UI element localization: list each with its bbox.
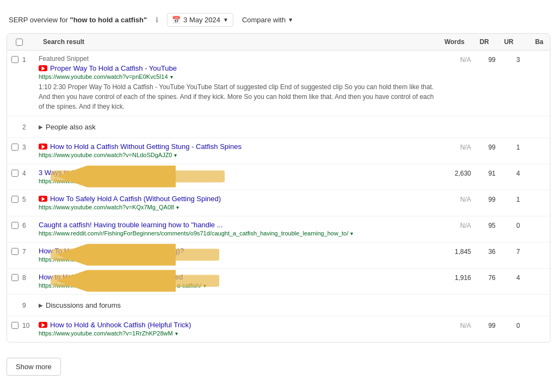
row-num-9: 9 xyxy=(22,296,39,315)
result-title-5[interactable]: How To Safely Hold A Catfish (Without Ge… xyxy=(39,195,434,203)
dr-10: 99 xyxy=(476,316,501,335)
row-num-8: 8 xyxy=(22,269,39,282)
row-checkbox-6[interactable] xyxy=(7,216,22,234)
words-5: N/A xyxy=(438,190,476,209)
table-row-3: 3 How to Hold a Catfish Without Getting … xyxy=(7,138,550,164)
row-checkbox-7[interactable] xyxy=(7,242,22,260)
row-checkbox-8[interactable] xyxy=(7,269,22,287)
result-url-5[interactable]: https://www.youtube.com/watch?v=KQx7Mg_Q… xyxy=(39,204,434,210)
table-row-section-2: 2 ▶ People also ask xyxy=(7,116,550,138)
row-num-2: 2 xyxy=(22,118,39,136)
show-more-button[interactable]: Show more xyxy=(7,358,61,376)
row-checkbox-3[interactable] xyxy=(7,138,22,156)
url-dropdown-8[interactable]: ▾ xyxy=(203,283,206,289)
table-row-4: 4 3 Ways to Hold a Catfish https://www.w… xyxy=(7,164,550,190)
result-title-10[interactable]: How to Hold & Unhook Catfish (Helpful Tr… xyxy=(39,321,434,329)
ur-4: 4 xyxy=(501,164,525,183)
table-row-8: 8 How to Hold a Catfish Without Getting … xyxy=(7,269,550,295)
result-title-1[interactable]: Proper Way To Hold a Catfish - YouTube xyxy=(39,64,434,72)
serp-table: Search result Words DR UR Ba 1 Featured … xyxy=(7,33,550,343)
ur-3: 1 xyxy=(501,138,525,157)
result-title-8[interactable]: How to Hold a Catfish Without Getting Ja… xyxy=(39,273,434,281)
row-checkbox-1[interactable] xyxy=(7,51,22,69)
col-ba: Ba xyxy=(519,38,543,46)
words-4: 2,630 xyxy=(438,164,476,183)
col-ur: UR xyxy=(494,38,519,46)
url-dropdown-4[interactable]: ▾ xyxy=(146,178,149,184)
result-title-3[interactable]: How to Hold a Catfish Without Getting St… xyxy=(39,142,434,151)
compare-dropdown-icon: ▼ xyxy=(288,17,293,23)
youtube-icon-10 xyxy=(39,322,47,328)
url-dropdown-7[interactable]: ▾ xyxy=(170,257,173,263)
checkbox-6[interactable] xyxy=(11,222,18,229)
row-checkbox-4[interactable] xyxy=(7,164,22,182)
dr-6: 95 xyxy=(476,216,501,235)
result-title-6[interactable]: Caught a catfish! Having trouble learnin… xyxy=(39,221,434,229)
youtube-icon-5 xyxy=(39,196,47,202)
row-content-8: How to Hold a Catfish Without Getting Ja… xyxy=(39,269,438,294)
row-num-5: 5 xyxy=(22,190,39,203)
dr-3: 99 xyxy=(476,138,501,157)
checkbox-5[interactable] xyxy=(11,196,18,203)
words-10: N/A xyxy=(438,316,476,335)
row-content-3: How to Hold a Catfish Without Getting St… xyxy=(39,138,438,164)
row-num-4: 4 xyxy=(22,164,39,177)
ur-10: 0 xyxy=(501,316,525,335)
words-1: N/A xyxy=(438,51,476,69)
url-dropdown-6[interactable]: ▾ xyxy=(350,231,353,237)
discussions-section[interactable]: ▶ Discussions and forums xyxy=(39,296,550,315)
url-dropdown-5[interactable]: ▾ xyxy=(176,204,179,210)
row-checkbox-5[interactable] xyxy=(7,190,22,208)
section-label-2: People also ask xyxy=(46,123,96,131)
table-header: Search result Words DR UR Ba xyxy=(7,34,550,51)
info-icon[interactable]: ℹ xyxy=(156,16,158,24)
url-dropdown-1[interactable]: ▾ xyxy=(170,74,173,80)
compare-with-button[interactable]: Compare with ▼ xyxy=(242,16,293,24)
section-label-9: Discussions and forums xyxy=(46,301,121,309)
ur-5: 1 xyxy=(501,190,525,209)
dr-7: 36 xyxy=(476,242,501,261)
dr-1: 99 xyxy=(476,51,501,69)
checkbox-1[interactable] xyxy=(11,56,18,63)
result-snippet-1: 1:10 2:30 Proper Way To Hold a Catfish -… xyxy=(39,82,434,111)
checkbox-3[interactable] xyxy=(11,144,18,151)
row-content-5: How To Safely Hold A Catfish (Without Ge… xyxy=(39,190,438,216)
dr-5: 99 xyxy=(476,190,501,209)
url-dropdown-10[interactable]: ▾ xyxy=(175,331,178,337)
words-7: 1,845 xyxy=(438,242,476,261)
ur-6: 0 xyxy=(501,216,525,235)
youtube-icon-3 xyxy=(39,144,47,150)
expand-icon-9: ▶ xyxy=(39,302,43,308)
result-url-8[interactable]: https://www.fieldandstream.com/fishing/h… xyxy=(39,282,434,289)
result-url-1[interactable]: https://www.youtube.com/watch?v=pnE0Kvc5… xyxy=(39,73,434,80)
row-checkbox-10[interactable] xyxy=(7,316,22,334)
table-row: 1 Featured Snippet Proper Way To Hold a … xyxy=(7,51,550,116)
people-also-ask-section[interactable]: ▶ People also ask xyxy=(39,117,550,136)
col-search-result: Search result xyxy=(43,38,432,46)
result-url-6[interactable]: https://www.reddit.com/r/FishingForBegin… xyxy=(39,230,434,237)
result-title-7[interactable]: How To Hold a Catfish (and Do Catfish St… xyxy=(39,247,434,255)
ba-3 xyxy=(525,138,550,149)
select-all-checkbox[interactable] xyxy=(16,39,23,46)
calendar-icon: 📅 xyxy=(172,16,181,24)
url-dropdown-3[interactable]: ▾ xyxy=(174,152,177,158)
result-url-7[interactable]: https://www.catfishedge.com/how-to-hold-… xyxy=(39,256,434,263)
result-url-3[interactable]: https://www.youtube.com/watch?v=NLdoSDgA… xyxy=(39,152,434,158)
ba-4 xyxy=(525,164,550,175)
header-title: SERP overview for "how to hold a catfish… xyxy=(9,16,147,24)
header-checkbox[interactable] xyxy=(11,39,27,46)
row-content-1: Featured Snippet Proper Way To Hold a Ca… xyxy=(39,51,438,116)
result-title-4[interactable]: 3 Ways to Hold a Catfish xyxy=(39,169,434,177)
row-num-3: 3 xyxy=(22,138,39,151)
row-num-1: 1 xyxy=(22,51,39,64)
result-url-4[interactable]: https://www.wikihow.com/Hold-a-Catfish ▾ xyxy=(39,178,434,184)
checkbox-7[interactable] xyxy=(11,248,18,255)
ba-5 xyxy=(525,190,550,201)
checkbox-10[interactable] xyxy=(11,322,18,329)
featured-snippet-label: Featured Snippet xyxy=(39,55,434,63)
checkbox-4[interactable] xyxy=(11,170,18,177)
date-picker[interactable]: 📅 3 May 2024 ▼ xyxy=(167,13,233,27)
checkbox-8[interactable] xyxy=(11,274,18,281)
result-url-10[interactable]: https://www.youtube.com/watch?v=1RrZhKP2… xyxy=(39,330,434,337)
col-dr: DR xyxy=(470,38,494,46)
